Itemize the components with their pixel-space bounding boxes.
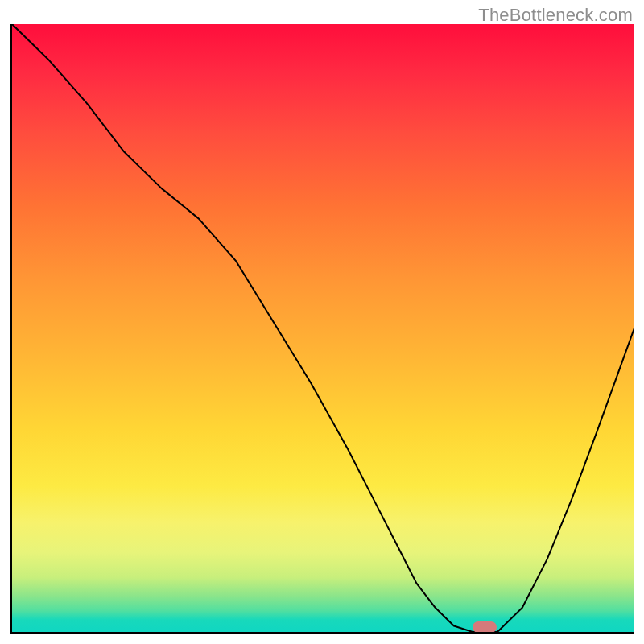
- chart-stage: TheBottleneck.com: [0, 0, 644, 644]
- plot-area: [12, 24, 634, 632]
- bottleneck-curve: [12, 24, 634, 632]
- watermark-text: TheBottleneck.com: [478, 5, 633, 26]
- optimal-point-marker: [473, 621, 497, 632]
